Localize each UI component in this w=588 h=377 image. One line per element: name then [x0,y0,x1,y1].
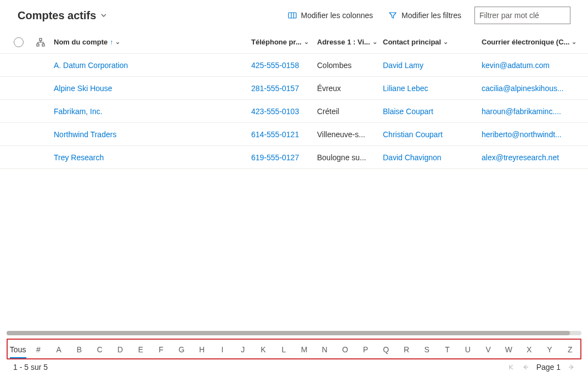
alpha-item[interactable]: R [396,341,416,357]
alpha-item[interactable]: L [274,341,294,357]
first-page-button[interactable] [508,364,514,370]
table-row[interactable]: Fabrikam, Inc.423-555-0103CréteilBlaise … [0,100,588,123]
phone-link[interactable]: 614-555-0121 [251,130,299,139]
edit-filters-button[interactable]: Modifier les filtres [386,8,463,23]
svg-rect-0 [289,13,296,18]
view-switcher[interactable]: Comptes actifs [18,9,107,22]
contact-link[interactable]: David Lamy [383,61,423,70]
alpha-item[interactable]: K [253,341,273,357]
select-all-toggle[interactable] [10,37,27,47]
alpha-index-bar: Tous#ABCDEFGHIJKLMNOPQRSTUVWXYZ [8,341,580,357]
email-link[interactable]: heriberto@northwindt... [482,130,562,139]
chevron-down-icon: ⌄ [115,38,120,46]
hierarchy-button[interactable] [27,38,54,47]
grid-body: A. Datum Corporation425-555-0158Colombes… [0,54,588,331]
alpha-item[interactable]: Z [560,341,580,357]
alpha-item[interactable]: T [437,341,457,357]
email-link[interactable]: cacilia@alpineskihous... [482,84,564,93]
alpha-item[interactable]: D [110,341,130,357]
arrow-right-icon [568,364,575,370]
circle-icon [14,37,24,47]
chevron-down-icon: ⌄ [372,38,377,46]
column-header-email[interactable]: Courrier électronique (C... ⌄ [482,38,579,46]
table-row[interactable]: Alpine Ski House281-555-0157ÉvreuxLilian… [0,77,588,100]
alpha-item[interactable]: X [519,341,539,357]
alpha-item[interactable]: F [151,341,171,357]
account-name-link[interactable]: A. Datum Corporation [54,61,128,70]
email-link[interactable]: kevin@adatum.com [482,61,550,70]
column-header-name[interactable]: Nom du compte ↑ ⌄ [54,38,251,46]
city-text: Créteil [317,107,339,116]
horizontal-scrollbar-thumb[interactable] [7,331,570,335]
phone-link[interactable]: 619-555-0127 [251,153,299,162]
phone-link[interactable]: 281-555-0157 [251,84,299,93]
alpha-item[interactable]: E [131,341,151,357]
record-range-text: 1 - 5 sur 5 [13,363,48,372]
svg-rect-4 [37,44,39,46]
chevron-down-icon [100,12,107,19]
alpha-item[interactable]: I [212,341,233,357]
column-header-row: Nom du compte ↑ ⌄ Téléphone pr... ⌄ Adre… [0,31,588,54]
contact-link[interactable]: Liliane Lebec [383,84,428,93]
funnel-icon [388,11,397,20]
contact-link[interactable]: Blaise Coupart [383,107,433,116]
alpha-item[interactable]: S [417,341,437,357]
alpha-item[interactable]: M [294,341,314,357]
city-text: Colombes [317,61,352,70]
account-name-link[interactable]: Northwind Traders [54,130,116,139]
first-page-icon [508,364,514,370]
edit-columns-button[interactable]: Modifier les colonnes [286,8,376,23]
page-label: Page 1 [536,363,561,372]
contact-link[interactable]: David Chavignon [383,153,442,162]
city-text: Évreux [317,84,341,93]
chevron-down-icon: ⌄ [304,38,309,46]
grid-footer: 1 - 5 sur 5 Page 1 [0,362,588,377]
table-row[interactable]: Northwind Traders614-555-0121Villeneuve-… [0,123,588,146]
alpha-item[interactable]: W [499,341,519,357]
account-name-link[interactable]: Alpine Ski House [54,84,112,93]
alpha-item[interactable]: # [28,341,48,357]
keyword-filter-input[interactable] [474,7,570,24]
prev-page-button[interactable] [522,364,529,370]
column-header-contact[interactable]: Contact principal ⌄ [383,38,482,46]
alpha-item[interactable]: V [478,341,498,357]
column-header-phone[interactable]: Téléphone pr... ⌄ [251,38,317,46]
column-header-city[interactable]: Adresse 1 : Vi... ⌄ [317,38,383,46]
view-title-text: Comptes actifs [18,9,96,22]
sort-asc-icon: ↑ [110,38,113,46]
columns-icon [288,11,297,20]
email-link[interactable]: haroun@fabrikaminc.... [482,107,561,116]
contact-link[interactable]: Christian Coupart [383,130,443,139]
column-header-city-label: Adresse 1 : Vi... [317,38,370,46]
command-bar: Comptes actifs Modifier les colonnes Mod… [0,0,588,31]
alpha-item[interactable]: Q [376,341,396,357]
table-row[interactable]: Trey Research619-555-0127Boulogne su...D… [0,146,588,169]
edit-columns-label: Modifier les colonnes [301,11,374,20]
svg-rect-3 [39,38,42,41]
alpha-item[interactable]: C [89,341,110,357]
email-link[interactable]: alex@treyresearch.net [482,153,559,162]
alpha-item[interactable]: P [355,341,376,357]
next-page-button[interactable] [568,364,575,370]
alpha-item[interactable]: O [335,341,355,357]
alpha-item[interactable]: A [49,341,69,357]
phone-link[interactable]: 425-555-0158 [251,61,299,70]
column-header-email-label: Courrier électronique (C... [482,38,569,46]
alpha-item[interactable]: Y [539,341,559,357]
phone-link[interactable]: 423-555-0103 [251,107,299,116]
alpha-item[interactable]: N [314,341,335,357]
alpha-item[interactable]: U [457,341,478,357]
table-row[interactable]: A. Datum Corporation425-555-0158Colombes… [0,54,588,77]
alpha-item[interactable]: G [171,341,191,357]
alpha-item[interactable]: J [233,341,253,357]
chevron-down-icon: ⌄ [572,38,576,46]
account-name-link[interactable]: Trey Research [54,153,104,162]
alpha-item[interactable]: H [192,341,212,357]
chevron-down-icon: ⌄ [443,38,448,46]
alpha-item[interactable]: B [69,341,89,357]
account-name-link[interactable]: Fabrikam, Inc. [54,107,103,116]
arrow-left-icon [522,364,529,370]
horizontal-scrollbar[interactable] [7,331,581,335]
column-header-name-label: Nom du compte [54,38,108,46]
alpha-item-all[interactable]: Tous [8,341,28,357]
